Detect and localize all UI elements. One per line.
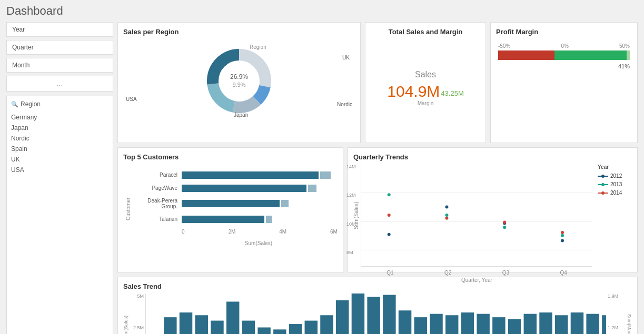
bar-paracel (182, 171, 319, 179)
donut-svg: 26.9% 9.9% (197, 39, 281, 123)
q-dot-2013-2 (445, 214, 448, 217)
quarterly-svg (361, 164, 592, 266)
legend-label-2012: 2012 (610, 173, 622, 179)
bar-row-deak: Deak-Perera Group. (133, 198, 338, 209)
bar-20 (445, 315, 458, 334)
profit-bar (498, 50, 630, 60)
year-filter[interactable]: Year (6, 22, 113, 37)
q-dot-2012-4 (561, 239, 564, 242)
bar-28 (571, 312, 583, 334)
quarterly-x-axis-label: Quarter, Year (361, 277, 592, 283)
sales-values: 104.9M 43.25M (387, 83, 463, 100)
top5-y-axis-label: Customer (123, 164, 133, 254)
ytick-1.2m: 1.2M (608, 325, 625, 330)
top5-card: Top 5 Customers Customer Paracel (117, 147, 343, 272)
q-ytick-8m: 8M (346, 250, 353, 255)
quarterly-legend: Year 2012 2013 (592, 164, 632, 267)
region-item-japan[interactable]: Japan (11, 123, 108, 133)
x-tick-0: 0 (182, 229, 185, 235)
svg-point-5 (219, 61, 259, 101)
profit-label-pos: 50% (619, 43, 630, 49)
sales-trend-content: Sum(Sales) 5M 2.5M 0 (123, 293, 632, 334)
total-sales-title: Total Sales and Margin (389, 28, 463, 36)
bar-pagewave (182, 185, 306, 192)
bar-25 (524, 314, 537, 334)
legend-label-2013: 2013 (610, 181, 622, 187)
profit-bar-positive (554, 50, 627, 60)
legend-2014: 2014 (598, 190, 632, 196)
profit-margin-title: Profit Margin (496, 28, 632, 36)
profit-bar-negative (498, 50, 554, 60)
region-item-uk[interactable]: UK (11, 154, 108, 165)
q-ytick-10m: 10M (346, 221, 356, 227)
x-tick-2m: 2M (228, 229, 235, 235)
bar-29 (586, 314, 599, 334)
profit-margin-card: Profit Margin -50% 0% 50% 41% (490, 22, 638, 143)
top5-chart: Customer Paracel PageWave (123, 164, 338, 254)
x-tick-4m: 4M (279, 229, 286, 235)
bar-label-pagewave: PageWave (133, 185, 180, 191)
ytick-1.9m: 1.9M (608, 293, 625, 299)
donut-label-region: Region (250, 44, 266, 50)
bar-deak-sm (281, 200, 289, 207)
donut-label-nordic: Nordic (337, 102, 352, 107)
bar-track-deak (182, 200, 338, 207)
sidebar: Year Quarter Month ... 🔍 Region Germany … (6, 22, 113, 334)
bar-16 (383, 295, 395, 334)
q-x-q3: Q3 (502, 270, 509, 276)
bar-label-deak: Deak-Perera Group. (133, 198, 180, 209)
top5-title: Top 5 Customers (123, 153, 338, 161)
search-icon: 🔍 (11, 101, 18, 108)
profit-label-zero: 0% (561, 43, 568, 49)
region-item-usa[interactable]: USA (11, 165, 108, 175)
q-dot-2012-1 (388, 233, 391, 236)
quarterly-legend-title: Year (598, 164, 632, 170)
bar-13 (336, 300, 349, 334)
svg-text:26.9%: 26.9% (230, 73, 248, 80)
profit-margin-content: -50% 0% 50% 41% (496, 39, 632, 74)
q-ytick-12m: 12M (346, 193, 356, 198)
region-item-nordic[interactable]: Nordic (11, 133, 108, 144)
quarterly-title: Quarterly Trends (353, 153, 632, 161)
bar-12 (320, 315, 333, 334)
trend-svg (146, 293, 606, 334)
bar-17 (399, 310, 411, 334)
donut-label-usa: USA (126, 96, 137, 102)
bar-22 (477, 314, 489, 334)
x-tick-6m: 6M (330, 229, 338, 235)
bar-27 (555, 315, 568, 334)
quarter-filter[interactable]: Quarter (6, 40, 113, 55)
more-filters[interactable]: ... (6, 76, 113, 92)
bar-24 (508, 319, 521, 334)
region-item-spain[interactable]: Spain (11, 144, 108, 154)
month-filter[interactable]: Month (6, 58, 113, 73)
bar-talarian-sm (266, 216, 272, 223)
quarterly-chart-area: 14M 12M 10M 8M (361, 164, 592, 267)
q-x-q1: Q1 (387, 270, 393, 276)
bar-30 (602, 315, 606, 334)
quarterly-x-labels: Q1 Q2 Q3 Q4 (361, 270, 592, 276)
quarterly-card: Quarterly Trends Sum(Sales) 14M 12M 10M … (348, 147, 638, 272)
trend-y-ticks-right: 1.9M 1.2M 600k (606, 293, 625, 334)
bar-track-paracel (182, 171, 338, 179)
main-content: Sales per Region (117, 22, 638, 334)
bar-14 (352, 293, 364, 334)
trend-y-ticks-left: 5M 2.5M 0 (131, 293, 145, 334)
bar-8 (257, 328, 270, 335)
margin-label: Margin (418, 100, 434, 106)
q-dot-2013-4 (561, 234, 564, 237)
legend-line-2012 (598, 176, 608, 177)
profit-pct: 41% (498, 63, 630, 69)
bar-track-talarian (182, 216, 338, 223)
profit-bar-extra (627, 50, 630, 60)
legend-label-2014: 2014 (610, 190, 622, 196)
dashboard-container: Dashboard Year Quarter Month ... 🔍 Regio… (0, 0, 644, 334)
bar-9 (273, 329, 286, 334)
bar-deak (182, 200, 280, 207)
q-dot-2013-1 (388, 193, 391, 196)
sales-trend-title: Sales Trend (123, 282, 632, 290)
bar-talarian (182, 216, 264, 223)
legend-dot-2014 (601, 191, 605, 195)
q-dot-2014-4 (561, 231, 564, 234)
region-item-germany[interactable]: Germany (11, 112, 108, 123)
